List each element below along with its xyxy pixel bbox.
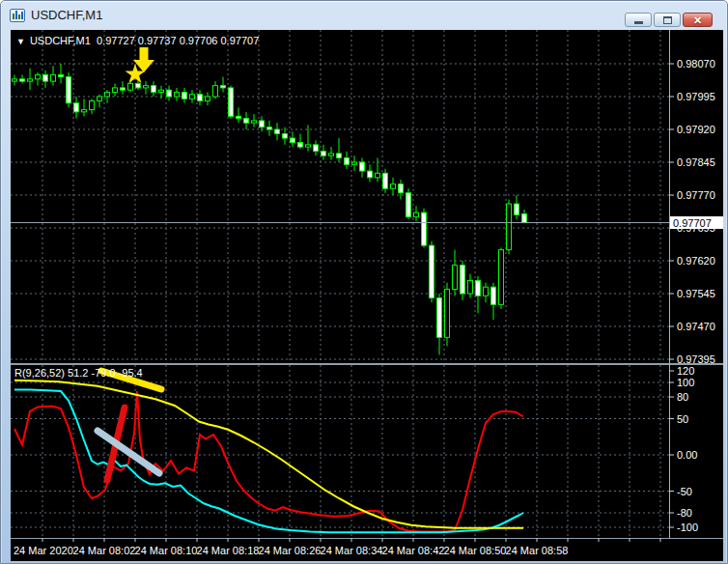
indicator-axis-label: 0.00 xyxy=(677,449,697,461)
bull-candle xyxy=(128,83,133,90)
bull-candle xyxy=(105,92,110,97)
bull-candle xyxy=(445,289,450,337)
ohlc-open: 0.97727 xyxy=(97,35,135,46)
price-axis-label: 0.97995 xyxy=(677,91,715,102)
indicator-lines xyxy=(14,381,523,533)
indicator-axis-label: -50 xyxy=(677,486,692,497)
bull-candle xyxy=(414,212,419,217)
bull-candle xyxy=(453,266,458,290)
bull-candle xyxy=(90,101,95,110)
time-axis-label: 24 Mar 08:50 xyxy=(444,545,507,556)
time-axis-label: 24 Mar 08:42 xyxy=(382,545,445,556)
bull-candle xyxy=(329,154,334,155)
bull-candle xyxy=(352,162,357,164)
pane-divider[interactable] xyxy=(11,363,723,365)
bear-candle xyxy=(229,88,234,116)
minimize-button[interactable] xyxy=(625,13,652,27)
price-axis-label: 0.97920 xyxy=(677,124,715,135)
ohlc-low: 0.97706 xyxy=(180,35,218,46)
cyan-line xyxy=(14,390,523,533)
bear-candle xyxy=(422,212,427,245)
symbol-dropdown-icon[interactable]: ▼ xyxy=(16,37,25,46)
time-axis-label: 24 Mar 08:02 xyxy=(73,545,136,556)
bear-candle xyxy=(383,173,388,188)
bull-candle xyxy=(190,95,195,99)
bull-candle xyxy=(144,86,149,88)
bear-candle xyxy=(237,116,241,118)
ohlc-close: 0.97707 xyxy=(220,35,259,46)
ohlc-high: 0.97737 xyxy=(138,35,177,46)
bear-candle xyxy=(67,77,71,103)
bull-candle xyxy=(36,74,41,79)
bull-candle xyxy=(507,204,512,250)
bull-candle xyxy=(159,90,164,92)
price-axis-label: 0.97470 xyxy=(677,321,715,332)
bear-candle xyxy=(136,83,141,88)
bear-candle xyxy=(522,213,527,222)
bull-candle xyxy=(391,184,396,189)
time-axis-label: 24 Mar 08:18 xyxy=(197,545,260,556)
price-axis-label: 0.97770 xyxy=(677,189,715,201)
bull-candle xyxy=(213,86,218,97)
bull-candle xyxy=(306,145,311,147)
bear-candle xyxy=(244,119,249,124)
chart-client-area[interactable]: ▼USDCHF,M1 0.97727 0.97737 0.97706 0.977… xyxy=(11,30,723,561)
bear-candle xyxy=(283,134,288,139)
bear-candle xyxy=(298,143,303,148)
bear-candle xyxy=(360,162,365,171)
bull-candle xyxy=(98,97,102,101)
indicator-axis-label: -100 xyxy=(677,522,698,533)
maximize-icon xyxy=(663,16,672,24)
mt4-chart-window: USDCHF,M1 ✕ ▼USDCHF,M1 0.97727 0.97737 0… xyxy=(0,0,728,564)
indicator-axis-label: 100 xyxy=(677,377,694,388)
bull-candle xyxy=(82,110,87,112)
bull-candle xyxy=(175,92,180,97)
drawn-objects[interactable] xyxy=(98,47,161,480)
bull-candle xyxy=(252,121,257,123)
time-axis-label: 24 Mar 2020 xyxy=(14,545,73,556)
close-button[interactable]: ✕ xyxy=(683,13,713,27)
bear-candle xyxy=(337,154,342,158)
time-axis[interactable]: 24 Mar 202024 Mar 08:0224 Mar 08:1024 Ma… xyxy=(14,538,660,556)
bear-candle xyxy=(345,157,350,164)
bull-candle xyxy=(468,280,473,294)
price-axis-label: 0.97545 xyxy=(677,288,715,299)
bull-candle xyxy=(499,250,504,305)
time-axis-label: 24 Mar 08:58 xyxy=(506,545,569,556)
price-axis-label: 0.97395 xyxy=(677,353,715,365)
indicator-axis-label: -80 xyxy=(677,507,692,519)
bear-candle xyxy=(322,152,326,156)
bear-candle xyxy=(491,287,496,304)
bull-candle xyxy=(13,79,17,81)
price-axis-label: 0.98070 xyxy=(677,58,715,70)
bear-candle xyxy=(476,280,481,296)
bear-candle xyxy=(43,74,48,81)
bear-candle xyxy=(182,92,187,99)
bear-candle xyxy=(221,86,226,88)
bull-candle xyxy=(28,79,33,81)
close-icon: ✕ xyxy=(684,14,712,27)
title-bar[interactable]: USDCHF,M1 ✕ xyxy=(1,1,727,30)
indicator-axis[interactable]: 12010080500.00-50-80-100 xyxy=(669,365,698,533)
indicator-label: R(9,26,52) 51.2 -79.0 -95.4 xyxy=(14,367,143,379)
bear-candle xyxy=(267,127,272,129)
bear-candle xyxy=(74,103,79,112)
indicator-axis-label: 120 xyxy=(677,365,694,377)
candlestick-series xyxy=(13,64,527,354)
bear-candle xyxy=(515,204,519,214)
bear-candle xyxy=(461,266,465,294)
price-axis[interactable]: 0.980700.979950.979200.978450.977700.976… xyxy=(669,58,723,365)
maximize-button[interactable] xyxy=(654,13,681,27)
bull-candle xyxy=(51,74,56,81)
bear-candle xyxy=(368,171,373,178)
chart-canvas[interactable]: 0.980700.979950.979200.978450.977700.976… xyxy=(11,30,723,561)
bull-candle xyxy=(113,88,118,93)
bear-candle xyxy=(399,184,404,193)
symbol-label: USDCHF,M1 xyxy=(30,35,91,46)
time-axis-label: 24 Mar 08:10 xyxy=(135,545,198,556)
bear-candle xyxy=(167,90,172,97)
bull-candle xyxy=(484,287,489,296)
bear-candle xyxy=(406,193,411,217)
bear-candle xyxy=(275,129,280,134)
bear-candle xyxy=(291,138,295,143)
